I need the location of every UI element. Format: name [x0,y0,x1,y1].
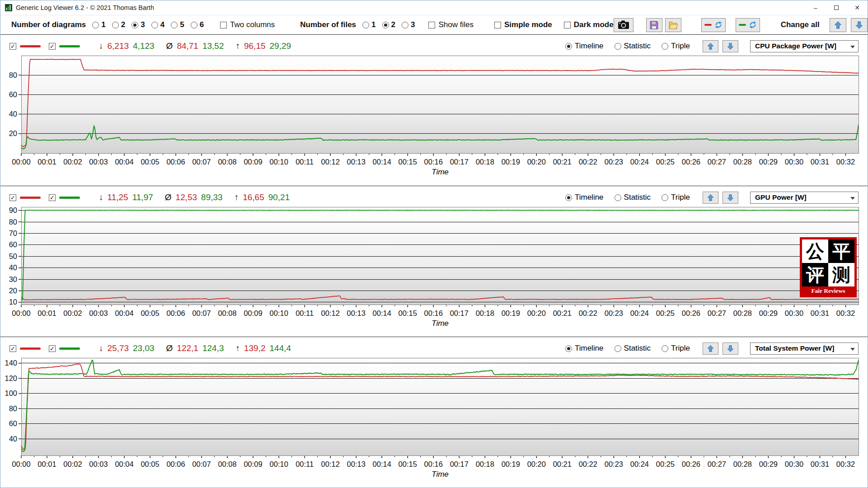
open-folder-button[interactable] [665,18,681,32]
svg-text:00:12: 00:12 [321,158,340,166]
files-radio-2[interactable]: 2 [382,20,395,29]
files-radio-1[interactable]: 1 [362,20,375,29]
svg-text:00:03: 00:03 [89,158,108,166]
minimize-icon: – [814,4,817,11]
svg-text:00:00: 00:00 [12,309,30,317]
panel-3-move-down-button[interactable] [723,343,738,355]
max-icon: ↑ [235,192,239,202]
svg-text:00:20: 00:20 [527,460,546,468]
svg-text:120: 120 [5,374,17,382]
svg-text:00:22: 00:22 [579,309,597,317]
panel-1-green-visible-checkbox[interactable]: ✓ [49,43,56,50]
diagrams-radio-3[interactable]: 3 [131,20,145,29]
refresh-icon [714,21,723,29]
svg-text:00:29: 00:29 [759,460,778,468]
panel-3-header: ✓ ✓ ↓25,7323,03 Ø122,1124,3 ↑139,2144,4 … [4,342,864,355]
svg-text:00:14: 00:14 [373,460,391,468]
svg-text:00:05: 00:05 [141,309,159,317]
panel-2-move-up-button[interactable] [703,192,718,204]
svg-text:00:14: 00:14 [373,158,391,166]
svg-text:80: 80 [9,218,17,226]
diagrams-radio-1[interactable]: 1 [92,20,105,29]
diagrams-radio-4[interactable]: 4 [151,20,164,29]
change-all-up-button[interactable] [830,18,846,32]
two-columns-checkbox[interactable]: ✓Two columns [220,20,275,29]
close-icon: ✕ [854,4,860,11]
panel-1-timeline-radio[interactable]: Timeline [565,42,604,51]
dark-mode-checkbox[interactable]: ✓Dark mode [564,20,614,29]
panel-2-move-down-button[interactable] [723,192,738,204]
panel-3-green-visible-checkbox[interactable]: ✓ [49,345,56,352]
svg-text:00:26: 00:26 [682,158,700,166]
svg-text:60: 60 [9,240,17,249]
folder-icon [668,20,678,30]
panel-3-statistic-radio[interactable]: Statistic [615,344,651,353]
close-button[interactable]: ✕ [847,0,868,15]
svg-text:20: 20 [9,286,17,295]
gpu-power-chart: 10203040506070809000:0000:0100:0200:0300… [4,206,865,327]
svg-text:00:19: 00:19 [502,158,520,166]
chevron-down-icon [850,348,855,351]
svg-text:00:19: 00:19 [502,309,520,317]
svg-text:00:21: 00:21 [553,460,572,468]
red-series-dash-icon [704,24,712,26]
swap-green-file-button[interactable] [736,18,760,32]
diagrams-radio-group: 1 2 3 4 5 6 [92,20,204,29]
panel-2-red-visible-checkbox[interactable]: ✓ [9,194,16,201]
panel-1-channel-dropdown[interactable]: CPU Package Power [W] [750,40,859,52]
screenshot-button[interactable] [614,18,633,32]
panel-2-triple-radio[interactable]: Triple [662,193,690,202]
panel-2-green-visible-checkbox[interactable]: ✓ [49,194,56,201]
panel-2-stats: ↓11,2511,97 Ø12,5389,33 ↑16,6590,21 [99,192,290,202]
svg-text:00:21: 00:21 [553,158,572,166]
svg-text:00:11: 00:11 [296,309,314,317]
svg-text:90: 90 [9,206,17,214]
panel-3-timeline-radio[interactable]: Timeline [565,344,604,353]
svg-text:00:07: 00:07 [192,460,211,468]
change-all-down-button[interactable] [851,18,868,32]
diagram-panel-2: ✓ ✓ ↓11,2511,97 Ø12,5389,33 ↑16,6590,21 … [0,186,868,337]
svg-text:00:04: 00:04 [115,158,133,166]
save-button[interactable] [646,18,662,32]
svg-text:00:00: 00:00 [12,460,30,468]
panel-2-statistic-radio[interactable]: Statistic [615,193,651,202]
svg-text:00:25: 00:25 [656,460,675,468]
svg-text:00:07: 00:07 [192,158,211,166]
avg-icon: Ø [165,192,172,202]
avg-icon: Ø [166,41,173,51]
panel-2-channel-dropdown[interactable]: GPU Power [W] [750,192,859,204]
panel-3-plot: 40608010012014000:0000:0100:0200:0300:04… [4,357,864,479]
refresh-icon [749,21,757,29]
diagrams-radio-6[interactable]: 6 [191,20,204,29]
diagrams-radio-5[interactable]: 5 [171,20,184,29]
svg-text:00:13: 00:13 [347,309,366,317]
panel-3-red-visible-checkbox[interactable]: ✓ [9,345,16,352]
panel-1-statistic-radio[interactable]: Statistic [615,42,651,51]
change-all-label: Change all [781,20,820,29]
svg-text:140: 140 [5,359,17,367]
svg-text:00:15: 00:15 [399,460,417,468]
swap-red-file-button[interactable] [701,18,726,32]
show-files-checkbox[interactable]: ✓Show files [428,20,473,29]
panel-1-move-up-button[interactable] [703,40,718,52]
panel-3-triple-radio[interactable]: Triple [662,344,690,353]
svg-text:00:10: 00:10 [270,309,288,317]
panel-1-red-visible-checkbox[interactable]: ✓ [9,43,16,50]
panel-2-timeline-radio[interactable]: Timeline [565,193,604,202]
diagrams-radio-2[interactable]: 2 [112,20,125,29]
files-radio-3[interactable]: 3 [402,20,415,29]
svg-text:00:17: 00:17 [450,460,469,468]
panel-3-channel-dropdown[interactable]: Total System Power [W] [750,343,859,355]
panel-1-triple-radio[interactable]: Triple [662,42,690,51]
simple-mode-checkbox[interactable]: ✓Simple mode [494,20,552,29]
svg-text:Time: Time [432,168,449,175]
minimize-button[interactable]: – [805,0,826,15]
svg-text:00:05: 00:05 [141,158,159,166]
maximize-button[interactable] [826,0,847,15]
svg-text:00:02: 00:02 [63,460,82,468]
panel-3-move-up-button[interactable] [703,343,718,355]
svg-text:00:27: 00:27 [708,309,726,317]
svg-text:00:30: 00:30 [785,460,803,468]
panel-1-move-down-button[interactable] [723,40,738,52]
arrow-up-icon [707,345,714,352]
